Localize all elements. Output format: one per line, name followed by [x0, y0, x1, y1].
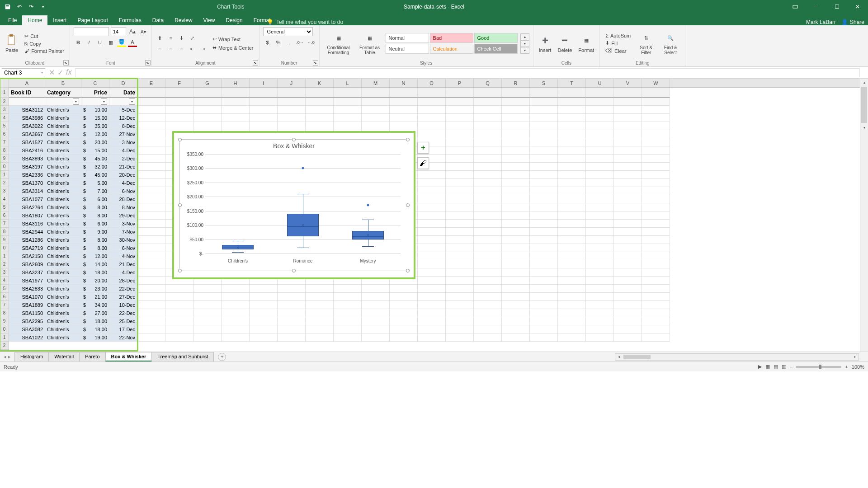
cell[interactable] [390, 114, 418, 122]
cell[interactable] [474, 301, 502, 309]
cell[interactable] [642, 138, 670, 146]
cell[interactable] [642, 203, 670, 211]
cell[interactable] [642, 155, 670, 163]
increase-indent-icon[interactable]: ⇥ [199, 44, 208, 53]
cell[interactable] [222, 301, 250, 309]
cell[interactable]: Children's [45, 228, 81, 236]
row-header[interactable]: 1 [0, 171, 9, 179]
cell[interactable] [137, 277, 165, 285]
cell[interactable] [614, 228, 642, 236]
cell[interactable] [502, 163, 530, 171]
cell[interactable]: SBA2336 [9, 171, 45, 179]
cell[interactable] [502, 252, 530, 260]
cell[interactable]: Children's [45, 155, 81, 163]
cell[interactable] [614, 98, 642, 106]
column-header[interactable]: B [45, 79, 81, 87]
cell[interactable] [278, 114, 306, 122]
cell[interactable]: SBA2295 [9, 317, 45, 325]
cell[interactable] [137, 187, 165, 195]
cell[interactable]: SBA2609 [9, 260, 45, 268]
cell[interactable] [642, 301, 670, 309]
cell[interactable] [586, 179, 614, 187]
cell[interactable] [137, 106, 165, 114]
format-cells-button[interactable]: ▦Format [576, 33, 596, 54]
cell[interactable] [250, 301, 278, 309]
cell[interactable] [446, 325, 474, 333]
select-all-button[interactable] [0, 79, 9, 88]
cell[interactable] [586, 325, 614, 333]
cell[interactable] [222, 317, 250, 325]
cell[interactable] [362, 309, 390, 317]
cell[interactable] [586, 317, 614, 325]
style-bad[interactable]: Bad [430, 33, 473, 43]
cell[interactable]: Children's [45, 122, 81, 130]
column-header[interactable]: F [165, 79, 193, 87]
column-header[interactable]: Q [474, 79, 502, 87]
cell[interactable] [390, 88, 418, 98]
cell[interactable]: $15.00 [81, 146, 109, 155]
cell[interactable] [390, 301, 418, 309]
cell[interactable] [137, 333, 165, 342]
cell[interactable] [446, 155, 474, 163]
cell[interactable]: SBA3022 [9, 122, 45, 130]
cell[interactable] [474, 203, 502, 211]
cell[interactable]: 20-Dec [109, 171, 137, 179]
cell[interactable] [222, 98, 250, 106]
cell[interactable] [306, 293, 334, 301]
cell[interactable] [137, 171, 165, 179]
cell[interactable] [334, 114, 362, 122]
cell[interactable] [502, 260, 530, 268]
cell[interactable] [558, 122, 586, 130]
cell[interactable] [165, 285, 193, 293]
cell[interactable] [502, 325, 530, 333]
cell[interactable] [222, 309, 250, 317]
cell[interactable]: $9.00 [81, 228, 109, 236]
cell[interactable] [558, 252, 586, 260]
cell[interactable] [614, 122, 642, 130]
cell[interactable] [474, 211, 502, 220]
cell[interactable] [137, 114, 165, 122]
tell-me-search[interactable]: 💡 Tell me what you want to do [267, 19, 343, 25]
cell[interactable] [530, 317, 558, 325]
cell[interactable] [586, 268, 614, 277]
cell[interactable]: 21-Dec [109, 260, 137, 268]
row-header[interactable]: 3 [0, 106, 9, 114]
cell[interactable]: SBA2764 [9, 203, 45, 211]
undo-icon[interactable]: ↶ [15, 3, 24, 11]
cell[interactable]: 8-Dec [109, 122, 137, 130]
cell[interactable] [530, 195, 558, 203]
cell[interactable] [446, 187, 474, 195]
minimize-icon[interactable]: ─ [806, 0, 826, 14]
cell[interactable] [502, 179, 530, 187]
spreadsheet-grid[interactable]: 12345678901234567890123456789012 ABCDEFG… [0, 79, 868, 352]
cell[interactable] [614, 179, 642, 187]
cell[interactable] [642, 195, 670, 203]
cell[interactable] [642, 171, 670, 179]
cell[interactable]: Children's [45, 195, 81, 203]
cell[interactable] [474, 277, 502, 285]
cell[interactable] [530, 155, 558, 163]
cell[interactable] [165, 333, 193, 342]
cell[interactable] [614, 187, 642, 195]
cell[interactable] [278, 277, 306, 285]
cell[interactable] [137, 268, 165, 277]
cell[interactable] [334, 301, 362, 309]
sheet-nav-last-icon[interactable]: ▸ [8, 354, 11, 360]
page-break-view-icon[interactable]: ▥ [782, 364, 786, 370]
cell[interactable] [642, 179, 670, 187]
cell[interactable] [558, 333, 586, 342]
cell[interactable]: Children's [45, 333, 81, 342]
column-header[interactable]: K [306, 79, 334, 87]
row-header[interactable]: 9 [0, 317, 9, 325]
sheet-tab[interactable]: Box & Whisker [105, 352, 152, 361]
cell[interactable] [530, 98, 558, 106]
cell[interactable] [614, 130, 642, 138]
merge-center-button[interactable]: ⬌Merge & Center [211, 44, 255, 51]
bold-button[interactable]: B [74, 38, 83, 47]
row-header[interactable]: 6 [0, 211, 9, 220]
cell[interactable] [474, 325, 502, 333]
cell[interactable] [390, 277, 418, 285]
row-header[interactable]: 3 [0, 268, 9, 277]
comma-format-icon[interactable]: , [285, 38, 294, 47]
cell[interactable]: SBA3237 [9, 268, 45, 277]
